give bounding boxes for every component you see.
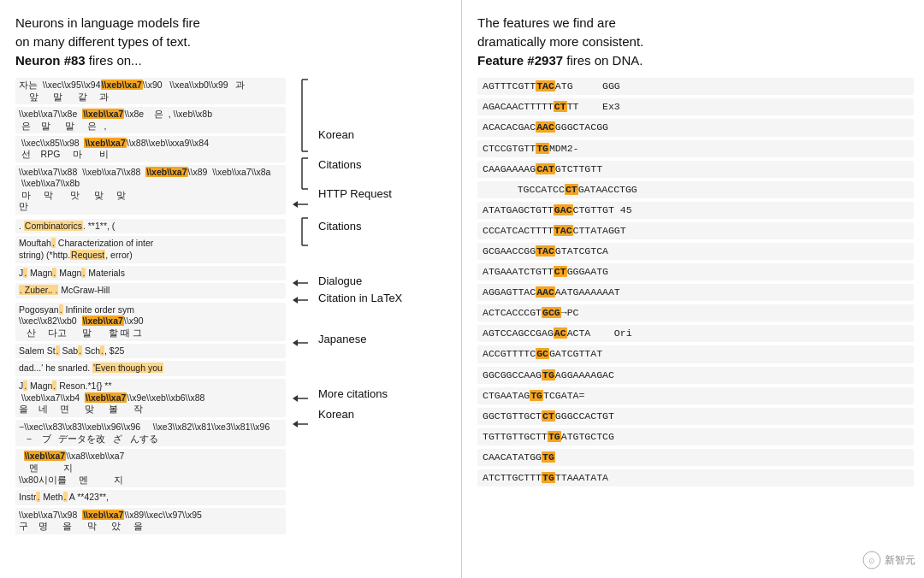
watermark: ⊙ 新智元 <box>862 551 915 569</box>
dna-row-17: GGCTGTTGCTCTGGGCCACTGT <box>477 408 914 425</box>
korean-block-5: \\xeb\\xa7\\xa8\\xeb\\xa7 멘 지 \\x80시이를 멘… <box>15 449 286 487</box>
dna-row-5: CAAGAAAAGCATGTCTTGTT <box>477 161 914 178</box>
dna-row-18: TGTTGTTGCTTTGATGTGCTCG <box>477 428 914 445</box>
dna-row-9: GCGAACCGGTACGTATCGTCA <box>477 243 914 260</box>
right-fires-on: fires on DNA. <box>563 53 643 68</box>
korean-block-2: \\xeb\\xa7\\x8e \\xeb\\xa7\\x8e 은 , \\xe… <box>15 107 286 133</box>
left-intro: Neurons in language models fire on many … <box>15 14 451 69</box>
korean-block-1: 자는 \\xec\\x95\\x94\\xeb\\xa7\\x90 \\xea\… <box>15 78 286 104</box>
dna-row-15: GGCGGCCAAGTGAGGAAAAGAC <box>477 367 914 384</box>
bracket-svg <box>289 78 315 578</box>
left-intro-line2: on many different types of text. <box>15 34 191 49</box>
svg-text:⊙: ⊙ <box>868 557 875 565</box>
svg-marker-18 <box>293 395 298 402</box>
mixed-block-1: Pogosyan. Infinite order sym \\xec\\x82\… <box>15 303 286 341</box>
dialogue-block: dad...' he snarled. 'Even though you <box>15 361 286 376</box>
dna-row-12: ACTCACCCGTGCG→PC <box>477 304 914 321</box>
label-citations-2: Citations <box>318 213 451 239</box>
dna-row-3: ACACACGACAACGGGCTACGG <box>477 119 914 136</box>
citation-block-1: . Combinatorics. **1**, ( <box>15 219 286 234</box>
dna-column: AGTTTCGTTTACATG GGG AGACAACTTTTTCTTT Ex3… <box>477 78 914 564</box>
korean-block-3: \\xec\\x85\\x98 \\xeb\\xa7\\x88\\xeb\\xx… <box>15 136 286 162</box>
korean-block-6: \\xeb\\xa7\\x98 \\xeb\\xa7\\x89\\xec\\x9… <box>15 508 286 534</box>
left-content-wrapper: 자는 \\xec\\x95\\x94\\xeb\\xa7\\x90 \\xea\… <box>15 78 451 564</box>
svg-marker-20 <box>293 421 298 428</box>
dna-row-4: CTCCGTGTTTGMDM2- <box>477 140 914 157</box>
right-intro: The features we find are dramatically mo… <box>477 14 914 69</box>
dna-row-16: CTGAATAGTGTCGATA= <box>477 387 914 404</box>
citation-block-4: . Zuber.. . McGraw-Hill <box>15 283 286 298</box>
left-panel: Neurons in language models fire on many … <box>0 0 462 578</box>
watermark-text: 新智元 <box>885 553 915 568</box>
dna-row-2: AGACAACTTTTTCTTT Ex3 <box>477 98 914 115</box>
citation-block-6: Instr. Meth. A **423**, <box>15 490 286 505</box>
right-intro-line2: dramatically more consistent. <box>477 34 643 49</box>
right-panel: The features we find are dramatically mo… <box>462 0 924 578</box>
citation-block-3: J. Magn. Magn. Materials <box>15 266 286 281</box>
latex-block: J. Magn. Reson.*1{} ** \\xeb\\xa7\\xb4 \… <box>15 379 286 417</box>
label-more-citations: More citations <box>318 386 451 401</box>
dna-row-14: ACCGTTTTCGCGATCGTTAT <box>477 345 914 363</box>
dna-row-11: AGGAGTTACAACAATGAAAAAAT <box>477 284 914 301</box>
dna-row-10: ATGAAATCTGTTCTGGGAATG <box>477 263 914 280</box>
right-intro-line1: The features we find are <box>477 15 616 30</box>
bracket-column <box>289 78 315 564</box>
label-citations-1: Citations <box>318 156 451 172</box>
label-korean-2: Korean <box>318 406 451 422</box>
svg-marker-16 <box>293 339 298 346</box>
label-citation-latex: Citation in LaTeX <box>318 290 451 305</box>
svg-marker-7 <box>293 201 298 208</box>
citation-block-5: Salem St. Sab. Sch., $25 <box>15 344 286 359</box>
svg-marker-12 <box>293 280 298 286</box>
citation-block-2: Mouftah. Characterization of inter strin… <box>15 236 286 262</box>
watermark-icon: ⊙ <box>862 551 881 569</box>
annotations-column: Korean Citations HTTP Request Citations … <box>318 78 451 564</box>
dna-row-20: ATCTTGCTTTTGTTAAATATA <box>477 469 914 487</box>
right-feature-label: Feature #2937 <box>477 53 563 68</box>
label-http-request: HTTP Request <box>318 186 451 201</box>
dna-row-8: CCCATCACTTTTTACCTTATAGGT <box>477 222 914 239</box>
svg-marker-14 <box>293 297 298 304</box>
left-neuron-label: Neuron #83 <box>15 53 86 68</box>
label-japanese: Japanese <box>318 331 451 346</box>
label-korean-1: Korean <box>318 115 451 153</box>
dna-row-1: AGTTTCGTTTACATG GGG <box>477 78 914 95</box>
dna-row-6: TGCCATCCCTGATAACCTGG <box>477 181 914 198</box>
text-blocks-column: 자는 \\xec\\x95\\x94\\xeb\\xa7\\x90 \\xea\… <box>15 78 286 564</box>
dna-row-19: CAACATATGGTG <box>477 449 914 466</box>
label-dialogue: Dialogue <box>318 273 451 288</box>
dna-row-7: ATATGAGCTGTTGACCTGTTGT 45 <box>477 202 914 219</box>
left-fires-on: fires on... <box>86 53 142 68</box>
dna-row-13: AGTCCAGCCGAGACACTA Ori <box>477 325 914 342</box>
japanese-block: −\\xec\\x83\\x83\\xeb\\x96\\x96 \\xe3\\x… <box>15 420 286 446</box>
korean-block-4: \\xeb\\xa7\\x88 \\xeb\\xa7\\x88 \\xeb\\x… <box>15 165 286 215</box>
left-intro-line1: Neurons in language models fire <box>15 15 200 30</box>
